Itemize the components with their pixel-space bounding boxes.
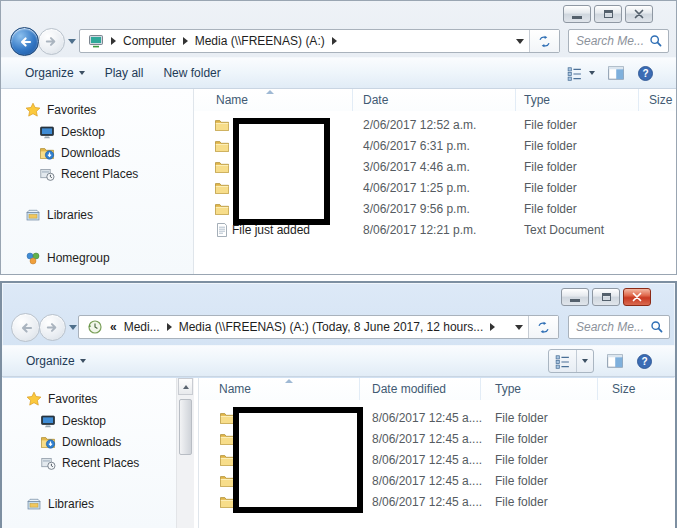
sort-ascending-icon <box>285 379 293 383</box>
forward-button[interactable] <box>38 28 65 55</box>
sidebar-item-desktop[interactable]: Desktop <box>40 412 106 430</box>
back-arrow-icon <box>18 320 34 336</box>
sidebar-item-homegroup[interactable]: Homegroup <box>25 249 110 267</box>
desktop-icon <box>39 124 55 140</box>
file-type: File folder <box>495 474 548 488</box>
scrollbar-thumb[interactable] <box>179 399 192 455</box>
column-header-size[interactable]: Size <box>598 378 675 400</box>
breadcrumb-overflow-chevron[interactable]: « <box>110 320 117 334</box>
file-date: 8/06/2017 12:45 a.... <box>372 453 482 467</box>
column-header-label: Name <box>219 382 251 396</box>
forward-arrow-icon <box>44 34 59 49</box>
folder-icon <box>214 201 230 217</box>
preview-pane-button[interactable] <box>607 64 625 82</box>
address-dropdown-button[interactable] <box>510 316 528 338</box>
column-header-date[interactable]: Date <box>353 89 516 111</box>
sidebar-item-label: Downloads <box>61 146 120 160</box>
breadcrumb-item-computer[interactable]: Computer <box>123 34 176 48</box>
sidebar-item-label: Favorites <box>47 103 96 117</box>
organize-button[interactable]: Organize <box>16 346 96 376</box>
breadcrumb-separator-icon[interactable] <box>167 323 172 331</box>
minimize-icon <box>570 299 580 302</box>
sidebar-item-label: Recent Places <box>62 456 139 470</box>
sidebar-scrollbar[interactable] <box>176 378 194 528</box>
file-type: File folder <box>495 495 548 509</box>
organize-button[interactable]: Organize <box>15 58 95 88</box>
scroll-up-button[interactable] <box>178 378 193 395</box>
address-bar[interactable]: « Medi... Media (\\FREENAS) (A:) (Today,… <box>78 315 559 339</box>
recent-pages-dropdown[interactable] <box>68 39 76 44</box>
preview-pane-button[interactable] <box>606 352 624 370</box>
close-button[interactable] <box>623 288 651 306</box>
explorer-main: Favorites Desktop Downloads Recent Place… <box>1 89 676 274</box>
breadcrumb-separator-icon[interactable] <box>332 37 337 45</box>
breadcrumb-separator-icon[interactable] <box>183 37 188 45</box>
column-header-size[interactable]: Size <box>639 89 676 111</box>
change-view-button[interactable] <box>548 349 594 373</box>
search-icon[interactable] <box>650 320 664 334</box>
close-icon <box>632 292 642 302</box>
column-header-label: Type <box>524 93 550 107</box>
column-header-name[interactable]: Name <box>199 378 360 400</box>
file-type: File folder <box>524 118 577 132</box>
sidebar-item-favorites[interactable]: Favorites <box>25 101 96 119</box>
search-input[interactable] <box>569 318 650 336</box>
back-button[interactable] <box>10 27 39 56</box>
explorer-window-bottom: « Medi... Media (\\FREENAS) (A:) (Today,… <box>0 281 677 528</box>
breadcrumb-item-search-results[interactable]: Media (\\FREENAS) (A:) (Today, 8 June 20… <box>179 320 484 334</box>
search-input[interactable] <box>569 32 649 50</box>
column-header-name[interactable]: Name <box>194 89 353 111</box>
file-type: File folder <box>495 411 548 425</box>
window-controls <box>563 5 653 23</box>
change-view-icon-segment[interactable] <box>549 350 576 372</box>
sidebar-item-label: Libraries <box>47 208 93 222</box>
file-type: File folder <box>524 202 577 216</box>
column-header-date-modified[interactable]: Date modified <box>360 378 481 400</box>
list-view-icon <box>566 65 583 82</box>
file-type: File folder <box>495 432 548 446</box>
sidebar-item-downloads[interactable]: Downloads <box>39 144 120 162</box>
forward-button[interactable] <box>39 314 66 341</box>
recent-pages-dropdown[interactable] <box>69 325 77 330</box>
play-all-button[interactable]: Play all <box>95 58 154 88</box>
sidebar-item-desktop[interactable]: Desktop <box>39 123 105 141</box>
address-bar[interactable]: Computer Media (\\FREENAS) (A:) <box>79 29 560 53</box>
restore-button[interactable] <box>592 288 620 306</box>
breadcrumb-item-media-truncated[interactable]: Medi... <box>124 320 160 334</box>
refresh-button[interactable] <box>528 316 558 338</box>
new-folder-button[interactable]: New folder <box>153 58 230 88</box>
sidebar-item-recent-places[interactable]: Recent Places <box>40 454 139 472</box>
address-dropdown-button[interactable] <box>511 30 529 52</box>
chevron-down-icon <box>582 359 588 363</box>
forward-arrow-icon <box>45 320 60 335</box>
change-view-button[interactable] <box>566 65 595 82</box>
sidebar-item-recent-places[interactable]: Recent Places <box>39 165 138 183</box>
column-header-type[interactable]: Type <box>516 89 639 111</box>
sidebar-item-libraries[interactable]: Libraries <box>26 495 94 513</box>
sidebar-item-downloads[interactable]: Downloads <box>40 433 121 451</box>
window-controls <box>561 288 651 306</box>
back-button[interactable] <box>11 313 40 342</box>
list-view-icon <box>554 353 571 370</box>
sidebar-item-libraries[interactable]: Libraries <box>25 206 93 224</box>
help-button[interactable] <box>637 65 654 82</box>
file-date: 4/06/2017 6:31 p.m. <box>363 139 470 153</box>
minimize-button[interactable] <box>563 5 591 23</box>
column-header-type[interactable]: Type <box>481 378 598 400</box>
search-icon[interactable] <box>649 34 663 48</box>
help-button[interactable] <box>636 353 653 370</box>
downloads-icon <box>40 434 56 450</box>
file-date: 4/06/2017 1:25 p.m. <box>363 181 470 195</box>
change-view-dropdown-segment[interactable] <box>576 350 593 372</box>
breadcrumb-separator-icon[interactable] <box>490 323 495 331</box>
file-type: File folder <box>524 139 577 153</box>
minimize-button[interactable] <box>561 288 589 306</box>
refresh-icon <box>537 34 552 49</box>
sidebar-item-favorites[interactable]: Favorites <box>26 390 97 408</box>
breadcrumb-separator-icon[interactable] <box>111 37 116 45</box>
restore-button[interactable] <box>594 5 622 23</box>
refresh-button[interactable] <box>529 30 559 52</box>
close-button[interactable] <box>625 5 653 23</box>
column-header-label: Name <box>216 93 248 107</box>
breadcrumb-item-media-freenas[interactable]: Media (\\FREENAS) (A:) <box>195 34 325 48</box>
